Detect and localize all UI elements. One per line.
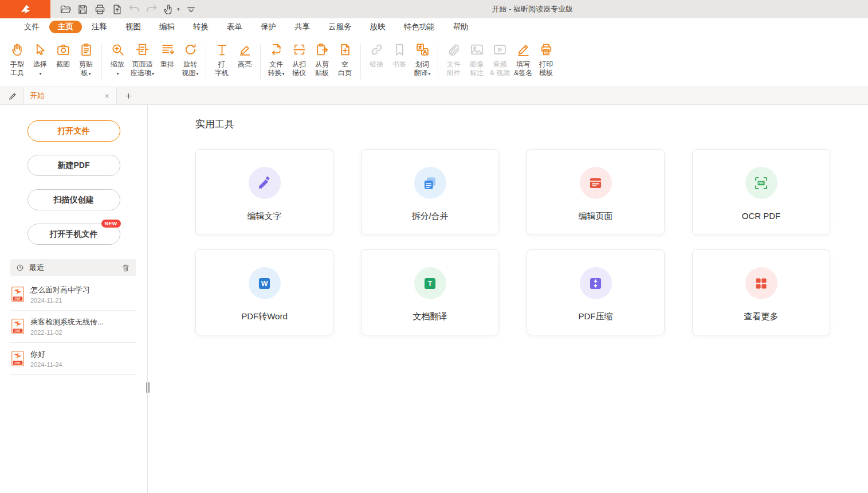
ribbon-tool-attachment[interactable]: 文件 附件 bbox=[442, 42, 465, 77]
ribbon-tool-label-text: 缩放 bbox=[111, 60, 124, 68]
ribbon-tool-bookmark[interactable]: 书签 bbox=[388, 42, 411, 69]
dropdown-caret-icon: ▾ bbox=[88, 71, 91, 76]
tool-card-edit-pages[interactable]: 编辑页面 bbox=[527, 149, 665, 235]
ribbon-tool-print-template[interactable]: 打印 模板 bbox=[535, 42, 557, 77]
ribbon-tool-label: 剪贴 板▾ bbox=[79, 60, 93, 78]
menu-tab-comment[interactable]: 注释 bbox=[83, 21, 116, 33]
doc-translate-icon-circle: T bbox=[414, 267, 446, 299]
touch-mode-button[interactable] bbox=[163, 3, 175, 15]
menu-tab-features[interactable]: 特色功能 bbox=[395, 21, 444, 33]
dropdown-caret-icon: ▾ bbox=[39, 71, 41, 76]
customize-toolbar-button[interactable] bbox=[185, 3, 197, 15]
recent-file-item-0[interactable]: PDF怎么面对高中学习2024-11-21 bbox=[10, 279, 136, 311]
ribbon-tool-fill-sign[interactable]: 填写 &签名 bbox=[512, 42, 535, 77]
ribbon-tool-reflow[interactable]: 重排 bbox=[156, 42, 179, 69]
annotate-pencil-icon[interactable] bbox=[8, 91, 18, 101]
recent-file-date: 2024-11-24 bbox=[30, 361, 62, 368]
ribbon-tool-page-fit[interactable]: 页面适 应选项▾ bbox=[129, 42, 156, 78]
ribbon-tool-hand[interactable]: 手型 工具 bbox=[6, 42, 29, 77]
sidebar-button-new-pdf[interactable]: 新建PDF bbox=[28, 155, 120, 176]
share-export-button[interactable] bbox=[111, 3, 123, 15]
ribbon-tool-blank-page[interactable]: 空 白页 bbox=[333, 42, 356, 77]
recent-file-item-2[interactable]: PDF你好2024-11-24 bbox=[10, 343, 136, 375]
close-tab-icon[interactable] bbox=[103, 92, 111, 100]
blank-page-icon bbox=[338, 42, 352, 57]
ribbon-tool-scanner[interactable]: 从扫 描仪 bbox=[288, 42, 311, 77]
print-button[interactable] bbox=[94, 3, 106, 15]
open-folder-button[interactable] bbox=[60, 3, 72, 15]
ribbon-tool-label-text: 填写 &签名 bbox=[514, 60, 532, 77]
svg-text:PDF: PDF bbox=[758, 181, 764, 185]
tool-card-view-more[interactable]: 查看更多 bbox=[692, 249, 830, 335]
ribbon-group-separator bbox=[438, 44, 438, 80]
clock-icon bbox=[16, 264, 24, 272]
sidebar-button-open-mobile-file[interactable]: 打开手机文件NEW bbox=[28, 224, 120, 245]
menu-tab-share[interactable]: 共享 bbox=[285, 21, 319, 33]
tool-card-edit-text[interactable]: 编辑文字 bbox=[195, 149, 333, 235]
tool-card-pdf-to-word[interactable]: WPDF转Word bbox=[195, 249, 333, 335]
ribbon-tool-convert[interactable]: 文件 转换▾ bbox=[265, 42, 288, 78]
menu-tab-view[interactable]: 视图 bbox=[116, 21, 150, 33]
sidebar-button-label: 扫描仪创建 bbox=[54, 195, 94, 204]
ribbon-tool-highlight[interactable]: 高亮 bbox=[233, 42, 256, 69]
document-tab-0[interactable]: 开始 bbox=[23, 87, 117, 104]
ribbon-tool-snapshot[interactable]: 截图 bbox=[52, 42, 74, 69]
ribbon-tool-zoom[interactable]: 缩放 ▾ bbox=[106, 42, 129, 78]
menu-tab-protect[interactable]: 保护 bbox=[252, 21, 285, 33]
menu-tab-help[interactable]: 帮助 bbox=[444, 21, 478, 33]
recent-file-item-1[interactable]: PDF乘客检测系统无线传...2022-11-02 bbox=[10, 311, 136, 343]
view-more-icon-circle bbox=[745, 267, 777, 299]
audio-video-icon bbox=[493, 42, 507, 57]
ribbon-tool-audio-video[interactable]: 音频 & 视频 bbox=[488, 42, 512, 77]
ribbon-group-separator bbox=[260, 44, 261, 80]
ribbon-tool-translate[interactable]: 划词 翻译▾ bbox=[411, 42, 434, 78]
edit-text-icon bbox=[257, 175, 272, 191]
tool-cards-grid: 编辑文字拆分/合并编辑页面PDFOCR PDFWPDF转WordT文档翻译PDF… bbox=[195, 149, 868, 335]
body-area: 打开文件新建PDF扫描仪创建打开手机文件NEW 最近 PDF怎么面对高中学习20… bbox=[0, 105, 868, 493]
ribbon-tool-select[interactable]: 选择 ▾ bbox=[29, 42, 52, 78]
tool-card-label: 拆分/合并 bbox=[411, 211, 448, 222]
ribbon-tool-clipboard[interactable]: 剪贴 板▾ bbox=[74, 42, 97, 78]
menu-tab-slideshow[interactable]: 放映 bbox=[361, 21, 395, 33]
ribbon-tool-label-text: 选择 bbox=[33, 60, 47, 68]
sidebar-resize-handle[interactable] bbox=[144, 382, 151, 393]
ribbon-tool-label-text: 从扫 描仪 bbox=[292, 60, 306, 77]
bookmark-icon bbox=[392, 42, 407, 57]
attachment-icon bbox=[447, 42, 461, 57]
tool-card-label: 编辑文字 bbox=[248, 211, 282, 222]
ribbon-tool-link[interactable]: 链接 bbox=[365, 42, 388, 69]
tool-card-ocr-pdf[interactable]: PDFOCR PDF bbox=[692, 149, 830, 235]
menu-tab-edit[interactable]: 编辑 bbox=[150, 21, 184, 33]
svg-text:W: W bbox=[261, 280, 268, 288]
sidebar: 打开文件新建PDF扫描仪创建打开手机文件NEW 最近 PDF怎么面对高中学习20… bbox=[0, 105, 148, 493]
undo-button[interactable] bbox=[128, 3, 140, 15]
ribbon-tool-image-annotation[interactable]: 图像 标注 bbox=[465, 42, 488, 77]
sidebar-button-create-from-scanner[interactable]: 扫描仪创建 bbox=[28, 189, 120, 210]
tool-card-split-merge[interactable]: 拆分/合并 bbox=[361, 149, 499, 235]
menu-tab-convert[interactable]: 转换 bbox=[184, 21, 218, 33]
ribbon-tool-label-text: 文件 转换 bbox=[268, 60, 284, 77]
view-more-icon bbox=[753, 276, 769, 291]
menu-tab-home[interactable]: 主页 bbox=[49, 21, 82, 33]
ribbon-tool-label: 截图 bbox=[56, 60, 70, 69]
ocr-pdf-icon-circle: PDF bbox=[745, 167, 777, 199]
foxit-logo[interactable] bbox=[0, 0, 50, 18]
ribbon-tool-from-clipboard[interactable]: 从剪 贴板 bbox=[311, 42, 333, 77]
menu-tab-cloud[interactable]: 云服务 bbox=[319, 21, 361, 33]
ribbon-tool-rotate[interactable]: 旋转 视图▾ bbox=[179, 42, 202, 78]
new-tab-button[interactable] bbox=[124, 92, 133, 100]
dropdown-caret-icon[interactable]: ▾ bbox=[177, 6, 180, 12]
save-button[interactable] bbox=[77, 3, 89, 15]
menu-tab-form[interactable]: 表单 bbox=[218, 21, 252, 33]
redo-button[interactable] bbox=[146, 3, 158, 15]
tool-card-pdf-compress[interactable]: PDF压缩 bbox=[527, 249, 665, 335]
trash-icon[interactable] bbox=[121, 264, 130, 272]
recent-file-name: 你好 bbox=[30, 349, 62, 359]
sidebar-button-label: 打开手机文件 bbox=[50, 229, 98, 238]
sidebar-button-label: 新建PDF bbox=[58, 161, 90, 170]
menu-bar: 文件主页注释视图编辑转换表单保护共享云服务放映特色功能帮助 bbox=[0, 18, 868, 36]
tool-card-doc-translate[interactable]: T文档翻译 bbox=[361, 249, 499, 335]
sidebar-button-open-file[interactable]: 打开文件 bbox=[28, 120, 120, 142]
ribbon-tool-typewriter[interactable]: 打 字机 bbox=[210, 42, 233, 77]
menu-tab-file[interactable]: 文件 bbox=[15, 21, 49, 33]
